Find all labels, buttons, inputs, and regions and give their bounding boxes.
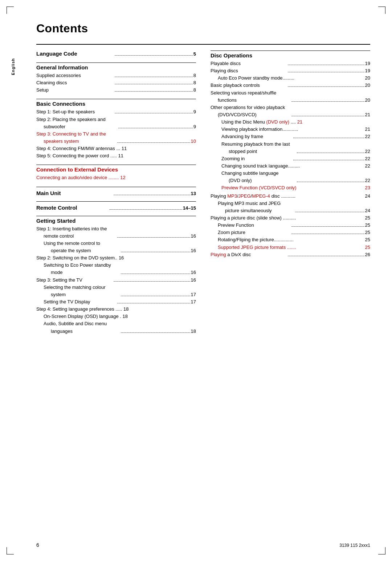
- corner-mark-br: [378, 547, 385, 554]
- toc-video-playback: Other operations for video playback (DVD…: [211, 104, 370, 118]
- toc-repeat-shuffle: Selecting various repeat/shuffle functio…: [211, 89, 370, 104]
- toc-auto-eco: Auto Eco Power standby mode......... 20: [211, 74, 370, 82]
- toc-step4-antennas: Step 4: Connecting FM/MW antennas ... 11: [36, 145, 196, 152]
- main-content: Contents Language Code 5 General Informa…: [36, 22, 370, 539]
- lang-code-label: Language Code: [36, 51, 114, 57]
- toc-divx-disc: Playing a DivX disc 26: [211, 251, 370, 258]
- remote-control-entry: Remote Control 14–15: [36, 205, 196, 211]
- toc-zoom-picture: Zoom picture 25: [211, 229, 370, 236]
- toc-step4-language: Step 4: Setting language preferences ...…: [36, 306, 196, 313]
- section-basic-connections: Basic Connections Step 1: Set-up the spe…: [36, 99, 196, 160]
- toc-cleaning-discs: Cleaning discs 8: [36, 79, 196, 86]
- toc-resuming-playback: Resuming playback from the last stopped …: [211, 141, 370, 155]
- left-column: Language Code 5 General Information Supp…: [36, 51, 196, 340]
- toc-advancing-frame: Advancing by frame 22: [211, 133, 370, 140]
- right-column: Disc Operations Playable discs 19 Playin…: [211, 51, 370, 263]
- toc-disc-menu: Using the Disc Menu (DVD only) .... 21: [211, 118, 370, 126]
- main-unit-entry: Main Unit 13: [36, 190, 196, 196]
- page-title: Contents: [36, 22, 370, 35]
- section-general-info: General Information Supplied accessories…: [36, 62, 196, 94]
- top-divider: [36, 44, 370, 45]
- connection-external-header: Connection to External Devices: [36, 165, 196, 173]
- toc-step2-wrap: Step 2: Placing the speakers and subwoof…: [36, 116, 196, 130]
- lang-code-entry: Language Code 5: [36, 51, 196, 57]
- toc-picture-disc: Playing a picture disc (slide show) ....…: [211, 214, 370, 222]
- basic-connections-header: Basic Connections: [36, 99, 196, 107]
- toc-sound-track: Changing sound track language......... 2…: [211, 162, 370, 170]
- toc-step3-tv: Step 3: Setting the TV 16: [36, 277, 196, 284]
- doc-reference: 3139 115 2xxx1: [339, 543, 370, 548]
- corner-mark-tr: [378, 7, 385, 14]
- section-connection-external: Connection to External Devices Connectin…: [36, 165, 196, 181]
- toc-step1-speakers: Step 1: Set-up the speakers 9: [36, 108, 196, 116]
- toc-basic-playback: Basic playback controls 20: [211, 82, 370, 89]
- toc-supported-jpeg: Supported JPEG picture formats ....... 2…: [211, 244, 370, 251]
- getting-started-title: Getting Started: [36, 218, 75, 224]
- disc-operations-header: Disc Operations: [211, 51, 370, 58]
- section-main-unit: Main Unit 13: [36, 187, 196, 196]
- toc-mp3-jpeg-simultaneous: Playing MP3 music and JPEG picture simul…: [211, 200, 370, 214]
- toc-tv-display: Setting the TV Display 17: [36, 298, 196, 306]
- toc-step1-batteries: Step 1: Inserting batteries into the rem…: [36, 225, 196, 240]
- toc-zooming: Zooming in 22: [211, 155, 370, 162]
- toc-rotating-fliping: Rotating/Fliping the picture............…: [211, 236, 370, 243]
- general-info-header: General Information: [36, 62, 196, 70]
- corner-mark-bl: [7, 547, 14, 554]
- toc-columns: Language Code 5 General Information Supp…: [36, 51, 370, 340]
- toc-using-remote: Using the remote control to operate the …: [36, 240, 196, 254]
- toc-playable-discs: Playable discs 19: [211, 60, 370, 67]
- toc-eco-power: Switching to Eco Power standby mode 16: [36, 262, 196, 276]
- toc-playing-discs: Playing discs 19: [211, 67, 370, 74]
- toc-setup: Setup 8: [36, 86, 196, 94]
- basic-connections-title: Basic Connections: [36, 101, 85, 107]
- toc-subtitle-language: Changing subtitle language (DVD only) 22: [211, 170, 370, 184]
- toc-preview-vcd: Preview Function (VCD/SVCD only)23: [211, 184, 370, 191]
- toc-colour-system: Selecting the matching colour system 17: [36, 284, 196, 298]
- general-info-title: General Information: [36, 64, 88, 70]
- toc-step3-wrap: Step 3: Connecting to TV and the speaker…: [36, 130, 196, 145]
- toc-connecting-audio-video: Connecting an audio/video device .......…: [36, 174, 196, 181]
- disc-operations-title: Disc Operations: [211, 52, 252, 58]
- section-getting-started: Getting Started Step 1: Inserting batter…: [36, 216, 196, 335]
- toc-supplied-accessories: Supplied accessories 8: [36, 72, 196, 79]
- section-disc-operations: Disc Operations Playable discs 19 Playin…: [211, 51, 370, 258]
- toc-step5-powercord: Step 5: Connecting the power cord ..... …: [36, 152, 196, 160]
- page-number: 6: [36, 542, 39, 548]
- toc-preview-function: Preview Function 25: [211, 222, 370, 229]
- toc-mp3-jpeg: Playing MP3/JPEG/MPEG-4 disc ...........…: [211, 193, 370, 200]
- corner-mark-tl: [7, 7, 14, 14]
- lang-code-page: 5: [193, 51, 196, 57]
- connection-external-title: Connection to External Devices: [36, 166, 118, 173]
- lang-code-dots: [115, 55, 192, 56]
- getting-started-header: Getting Started: [36, 216, 196, 224]
- section-remote-control: Remote Control 14–15: [36, 201, 196, 211]
- toc-step2-dvd: Step 2: Switching on the DVD system.. 16: [36, 254, 196, 262]
- toc-viewing-playback: Viewing playback information............…: [211, 126, 370, 133]
- toc-osd-language: On-Screen Display (OSD) language . 18: [36, 313, 196, 320]
- sidebar-language-label: English: [11, 58, 15, 75]
- toc-disc-menu-languages: Audio, Subtitle and Disc menu languages …: [36, 320, 196, 335]
